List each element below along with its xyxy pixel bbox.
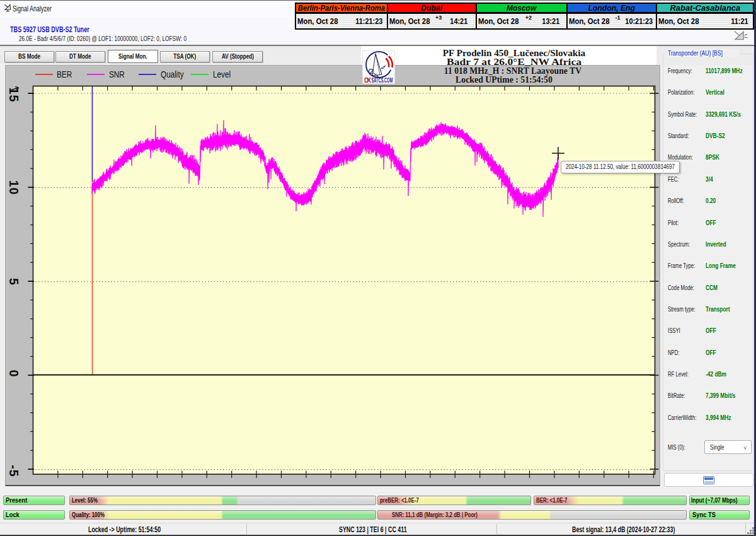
svg-text:0: 0 xyxy=(7,370,21,378)
svg-text:15: 15 xyxy=(7,88,21,103)
svg-text:-5: -5 xyxy=(7,465,21,477)
svg-text:10: 10 xyxy=(7,180,21,195)
svg-text:5: 5 xyxy=(7,278,21,286)
